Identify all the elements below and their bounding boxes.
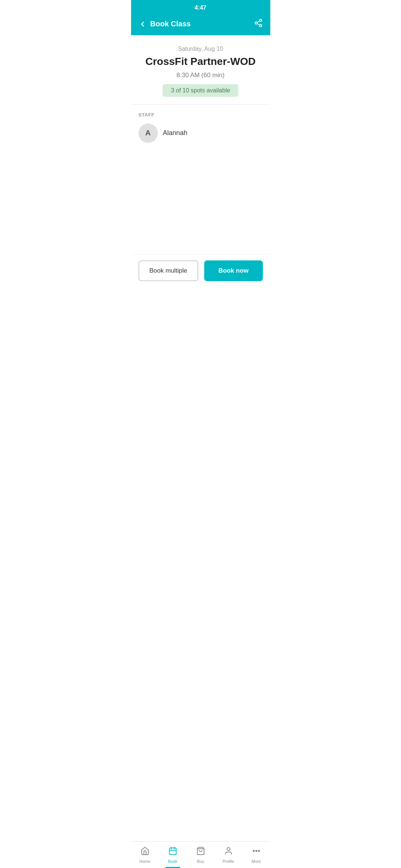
class-date: Saturday, Aug 10 — [138, 46, 263, 52]
status-bar: 4:47 — [131, 0, 270, 14]
class-time: 8:30 AM (60 min) — [138, 72, 263, 79]
staff-item: A Alannah — [138, 124, 263, 143]
spots-badge: 3 of 10 spots available — [163, 84, 238, 97]
book-multiple-button[interactable]: Book multiple — [138, 260, 199, 281]
class-name: CrossFit Partner-WOD — [138, 55, 263, 68]
header: Book Class — [131, 14, 270, 35]
action-buttons: Book multiple Book now — [131, 254, 270, 289]
header-left: Book Class — [138, 20, 191, 28]
header-title: Book Class — [150, 20, 191, 28]
staff-section: STAFF A Alannah — [131, 105, 270, 150]
svg-line-3 — [257, 24, 260, 25]
class-info-section: Saturday, Aug 10 CrossFit Partner-WOD 8:… — [131, 35, 270, 105]
staff-avatar: A — [138, 124, 158, 143]
staff-name: Alannah — [163, 129, 188, 137]
content-spacer — [131, 150, 270, 254]
back-button[interactable] — [138, 20, 147, 28]
svg-line-4 — [257, 21, 260, 23]
share-button[interactable] — [254, 19, 263, 29]
status-time: 4:47 — [195, 4, 206, 11]
staff-label: STAFF — [138, 112, 263, 118]
book-now-button[interactable]: Book now — [204, 260, 263, 281]
